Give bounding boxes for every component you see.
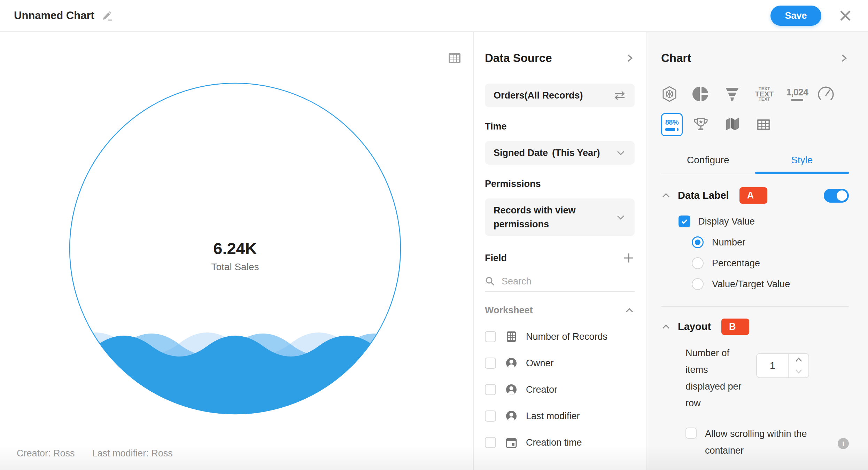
field-item-number-of-records[interactable]: Number of Records [485, 323, 635, 350]
items-per-row-stepper: 1 [756, 353, 809, 378]
field-item-creation-time[interactable]: Creation time [485, 429, 635, 456]
collapse-layout-icon[interactable] [661, 322, 671, 332]
toggle-knob [837, 190, 847, 201]
word-cloud-text: TEXT [755, 97, 774, 101]
time-select[interactable]: Signed Date(This Year) [485, 141, 635, 165]
chart-canvas: 6.24K Total Sales Creator: Ross Last mod… [0, 32, 473, 470]
data-source-panel: Data Source Orders(All Records) Time Sig… [473, 32, 646, 470]
field-item-label: Owner [526, 358, 554, 369]
chart-type-word-cloud-icon[interactable]: TEXT TEXT TEXT [755, 81, 786, 107]
permissions-select[interactable]: Records with view permissions [485, 198, 635, 236]
radio-option-number[interactable]: Number [692, 236, 849, 248]
radio-option-value-target[interactable]: Value/Target Value [692, 278, 849, 290]
field-checkbox[interactable] [485, 410, 496, 422]
radio-percentage[interactable] [692, 257, 704, 269]
data-label-toggle[interactable] [824, 189, 849, 203]
edit-title-icon[interactable] [101, 9, 113, 22]
chevron-right-icon[interactable] [839, 53, 849, 63]
person-icon [505, 357, 518, 369]
chart-type-grid: TEXT TEXT TEXT 1,024 88% [661, 81, 849, 137]
chart-type-pie-icon[interactable] [692, 81, 724, 107]
field-item-last-modifier[interactable]: Last modifier [485, 403, 635, 429]
allow-scrolling-option[interactable]: Allow scrolling within the container i [685, 425, 849, 459]
radio-number-label: Number [712, 237, 745, 248]
chart-type-funnel-icon[interactable] [724, 81, 755, 107]
field-item-label: Creation time [526, 437, 582, 448]
data-source-selector[interactable]: Orders(All Records) [485, 84, 635, 107]
radio-percentage-label: Percentage [712, 258, 760, 269]
info-icon[interactable]: i [838, 438, 849, 449]
stepper-down-button[interactable] [789, 366, 808, 377]
chevron-down-icon [615, 148, 626, 158]
data-source-title: Data Source [485, 52, 552, 65]
annotation-badge-b: B [721, 319, 749, 335]
field-checkbox[interactable] [485, 384, 496, 395]
close-icon[interactable] [838, 8, 853, 23]
allow-scrolling-checkbox[interactable] [685, 428, 697, 439]
radio-value-target[interactable] [692, 278, 704, 290]
worksheet-label: Worksheet [485, 305, 533, 316]
swap-icon [613, 90, 626, 101]
tab-configure[interactable]: Configure [661, 152, 755, 173]
permissions-value: Records with view permissions [494, 203, 609, 231]
chevron-right-icon[interactable] [625, 53, 635, 63]
formula-icon [505, 330, 518, 343]
add-field-icon[interactable] [623, 252, 635, 264]
chevron-up-icon[interactable] [624, 305, 635, 316]
time-label: Time [485, 121, 635, 132]
chart-type-table-icon[interactable] [755, 112, 786, 137]
selected-chart-type-box: 88% [661, 113, 683, 136]
calendar-icon [505, 436, 518, 449]
data-label-title: Data Label [678, 190, 729, 201]
last-modifier-text: Last modifier: Ross [92, 448, 173, 459]
number-icon-text: 1,024 [786, 87, 808, 98]
field-checkbox[interactable] [485, 331, 496, 342]
chevron-down-icon [615, 212, 626, 222]
percent-icon-text: 88% [665, 118, 679, 126]
chart-type-map-icon[interactable] [724, 112, 755, 137]
radio-value-target-label: Value/Target Value [712, 279, 790, 290]
chart-type-percent-progress-icon[interactable]: 88% [661, 112, 692, 137]
time-field-value: Signed Date [494, 148, 548, 158]
section-divider [661, 306, 849, 307]
field-item-label: Last modifier [526, 411, 580, 422]
chart-panel: Chart [646, 32, 868, 470]
layout-title: Layout [678, 321, 711, 332]
data-source-name: Orders(All Records) [494, 90, 583, 101]
gauge-value: 6.24K [69, 239, 402, 258]
field-search [485, 272, 635, 292]
creator-text: Creator: Ross [17, 448, 75, 459]
stepper-up-button[interactable] [789, 354, 808, 366]
data-table-icon[interactable] [447, 50, 462, 66]
radio-option-percentage[interactable]: Percentage [692, 257, 849, 269]
permissions-label: Permissions [485, 179, 635, 189]
items-per-row-value[interactable]: 1 [757, 354, 789, 377]
display-value-label: Display Value [698, 216, 755, 227]
allow-scrolling-label: Allow scrolling within the container [705, 425, 825, 459]
chart-type-gauge-icon[interactable] [817, 81, 849, 107]
annotation-badge-a: A [739, 187, 767, 204]
field-item-label: Number of Records [526, 331, 607, 342]
items-per-row-label: Number of items displayed per row [685, 345, 750, 412]
field-item-label: Creator [526, 384, 557, 395]
save-button[interactable]: Save [770, 6, 821, 26]
chart-type-radar-icon[interactable] [661, 81, 692, 107]
time-range-value: (This Year) [552, 148, 600, 158]
display-value-option[interactable]: Display Value [679, 216, 849, 227]
field-item-creator[interactable]: Creator [485, 376, 635, 403]
style-configure-tabs: Configure Style [661, 152, 849, 173]
search-input[interactable] [502, 276, 613, 287]
chart-type-ranking-icon[interactable] [692, 112, 724, 137]
field-checkbox[interactable] [485, 437, 496, 448]
display-value-checkbox[interactable] [679, 216, 690, 227]
person-icon [505, 410, 518, 422]
search-icon [485, 276, 495, 287]
collapse-data-label-icon[interactable] [661, 191, 671, 201]
tab-style[interactable]: Style [755, 152, 849, 173]
field-item-owner[interactable]: Owner [485, 350, 635, 376]
chart-type-number-icon[interactable]: 1,024 [786, 81, 817, 107]
radio-number[interactable] [692, 236, 704, 248]
gauge-label: Total Sales [69, 261, 402, 273]
field-checkbox[interactable] [485, 358, 496, 369]
chart-panel-title: Chart [661, 52, 691, 65]
